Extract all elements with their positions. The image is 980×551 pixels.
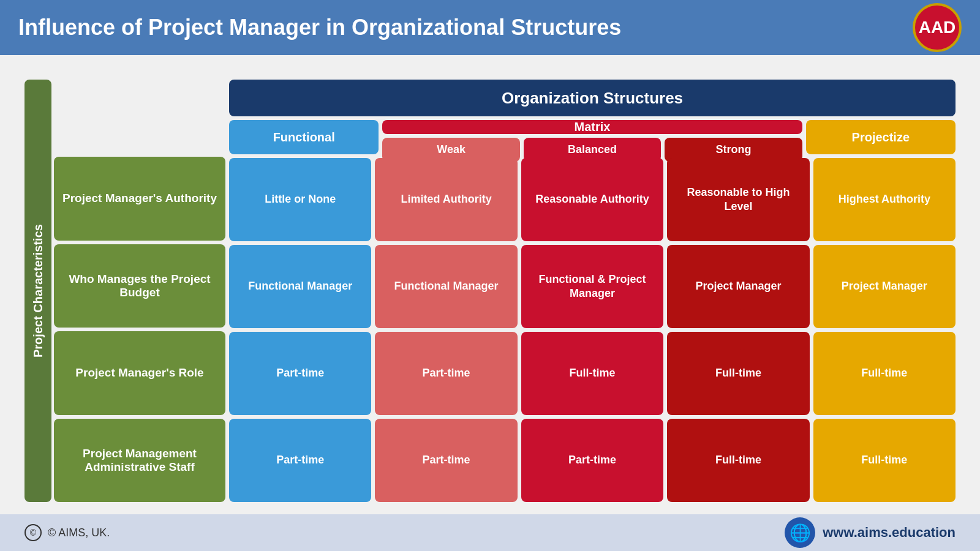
logo: AAD [913, 3, 962, 52]
cell-authority-balanced: Reasonable Authority [521, 158, 663, 241]
row-label-budget: Who Manages the Project Budget [54, 244, 225, 328]
row-label-role: Project Manager's Role [54, 331, 225, 415]
cell-authority-weak: Limited Authority [375, 158, 517, 241]
header: Influence of Project Manager in Organiza… [0, 0, 980, 55]
cell-authority-strong: Reasonable to High Level [667, 158, 809, 241]
data-grid: Organization Structures Functional Matri… [229, 80, 956, 502]
cell-role-balanced: Full-time [521, 332, 663, 415]
vertical-label-wrap: Project Characteristics [24, 80, 51, 502]
footer-left: © © AIMS, UK. [24, 524, 110, 541]
vertical-label: Project Characteristics [24, 80, 51, 502]
row-label-spacer [54, 80, 225, 153]
page-title: Influence of Project Manager in Organiza… [18, 15, 621, 40]
cell-admin-weak: Part-time [375, 419, 517, 502]
col-header-functional: Functional [229, 120, 379, 154]
cell-budget-weak: Functional Manager [375, 245, 517, 328]
footer-right: 🌐 www.aims.education [785, 517, 956, 548]
cell-role-weak: Part-time [375, 332, 517, 415]
cell-admin-strong: Full-time [667, 419, 809, 502]
cell-admin-balanced: Part-time [521, 419, 663, 502]
row-authority: Little or None Limited Authority Reasona… [229, 158, 956, 241]
row-role: Part-time Part-time Full-time Full-time … [229, 332, 956, 415]
cell-authority-functional: Little or None [229, 158, 371, 241]
cell-admin-functional: Part-time [229, 419, 371, 502]
row-budget: Functional Manager Functional Manager Fu… [229, 245, 956, 328]
row-labels: Project Manager's Authority Who Manages … [54, 80, 225, 502]
cell-authority-projectize: Highest Authority [813, 158, 956, 241]
org-structures-header: Organization Structures [229, 80, 956, 116]
cell-budget-projectize: Project Manager [813, 245, 956, 328]
cell-budget-strong: Project Manager [667, 245, 809, 328]
row-admin: Part-time Part-time Part-time Full-time … [229, 419, 956, 502]
main-content: Project Characteristics Project Manager'… [0, 55, 980, 514]
globe-icon: 🌐 [785, 517, 815, 548]
copyright-icon: © [24, 524, 42, 541]
cell-budget-balanced: Functional & Project Manager [521, 245, 663, 328]
cell-role-functional: Part-time [229, 332, 371, 415]
footer: © © AIMS, UK. 🌐 www.aims.education [0, 514, 980, 551]
col-header-projectize: Projectize [806, 120, 956, 154]
cell-role-projectize: Full-time [813, 332, 956, 415]
footer-copyright: © AIMS, UK. [48, 527, 110, 539]
table-wrapper: Project Characteristics Project Manager'… [24, 80, 956, 502]
footer-website: www.aims.education [823, 525, 956, 541]
cell-role-strong: Full-time [667, 332, 809, 415]
row-label-authority: Project Manager's Authority [54, 157, 225, 241]
matrix-top-label: Matrix [382, 120, 802, 134]
cell-admin-projectize: Full-time [813, 419, 956, 502]
row-label-admin: Project Management Administrative Staff [54, 419, 225, 503]
matrix-group: Matrix Weak Balanced Strong [382, 120, 802, 154]
col-headers: Functional Matrix Weak Balanced Strong P… [229, 120, 956, 154]
cell-budget-functional: Functional Manager [229, 245, 371, 328]
